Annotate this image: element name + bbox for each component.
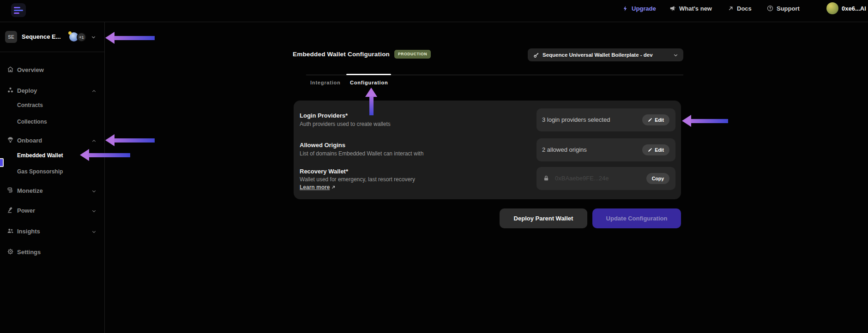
- arrow-up-right-icon: [728, 6, 734, 12]
- tab-integration[interactable]: Integration: [310, 80, 341, 85]
- whats-new-label: What's new: [679, 5, 712, 12]
- allowed-origins-desc: List of domains Embedded Wallet can inte…: [300, 150, 423, 157]
- upgrade-button[interactable]: Upgrade: [622, 2, 656, 14]
- sidebar-item-label: Collections: [17, 119, 47, 125]
- account-menu[interactable]: 0xe6...Al: [826, 2, 866, 14]
- arrow-shaft: [114, 138, 155, 143]
- arrow-shaft: [114, 36, 155, 40]
- configuration-card: Login Providers* Auth providers used to …: [294, 101, 681, 199]
- sidebar-item-gas-sponsorship[interactable]: Gas Sponsorship: [0, 167, 104, 176]
- users-icon: [7, 227, 14, 234]
- gear-icon: [7, 248, 14, 255]
- update-configuration-button[interactable]: Update Configuration: [592, 208, 681, 228]
- app-screen: Upgrade What's new Docs Support 0xe6...A…: [0, 0, 868, 333]
- project-row-divider: [0, 52, 104, 52]
- arrow-shaft: [691, 119, 728, 123]
- allowed-origins-edit-button[interactable]: Edit: [642, 144, 669, 155]
- docs-label: Docs: [737, 5, 752, 12]
- environment-badge: PRODUCTION: [394, 50, 431, 59]
- sidebar-item-label-active: Embedded Wallet: [17, 152, 63, 159]
- sidebar-divider: [104, 22, 105, 333]
- page-title: Embedded Wallet Configuration: [293, 51, 390, 58]
- copy-label: Copy: [652, 176, 664, 181]
- sidebar-item-power[interactable]: Power: [0, 206, 104, 215]
- allowed-origins-value-box: 2 allowed origins Edit: [536, 138, 675, 161]
- docs-link[interactable]: Docs: [728, 2, 752, 14]
- sidebar-item-onboard[interactable]: Onboard: [0, 136, 104, 145]
- sidebar-item-overview[interactable]: Overview: [0, 65, 104, 74]
- chevron-down-icon: [91, 228, 97, 237]
- allowed-origins-value: 2 allowed origins: [542, 138, 587, 161]
- arrow-head: [365, 88, 377, 97]
- project-selector-label: Sequence Universal Wallet Boilerplate - …: [542, 52, 669, 58]
- logo-bar: [14, 7, 20, 8]
- sidebar-item-label: Power: [17, 207, 35, 214]
- topbar-divider: [0, 22, 868, 22]
- home-icon: [7, 66, 14, 73]
- project-initials-badge: SE: [5, 31, 17, 43]
- edit-label: Edit: [655, 117, 664, 123]
- key-icon: [533, 52, 539, 58]
- sidebar-item-contracts[interactable]: Contracts: [0, 101, 104, 110]
- notification-dot: [68, 31, 72, 35]
- arrow-shaft: [89, 153, 130, 157]
- chevron-down-icon: [91, 188, 97, 196]
- arrow-head: [105, 134, 115, 146]
- sidebar-item-label: Deploy: [17, 87, 37, 94]
- project-count-badge: +1: [77, 32, 86, 42]
- project-selector-dropdown[interactable]: Sequence Universal Wallet Boilerplate - …: [528, 48, 683, 61]
- login-providers-title: Login Providers*: [300, 112, 348, 119]
- sidebar-item-label: Settings: [17, 249, 41, 256]
- upgrade-label: Upgrade: [632, 5, 656, 12]
- coins-icon: [7, 187, 14, 194]
- project-switcher[interactable]: SE Sequence E... +1: [0, 22, 104, 52]
- sidebar-item-deploy[interactable]: Deploy: [0, 86, 104, 95]
- page-header: Embedded Wallet Configuration PRODUCTION: [293, 50, 431, 59]
- copy-button[interactable]: Copy: [646, 173, 669, 184]
- arrow-head: [80, 149, 89, 161]
- deploy-parent-wallet-button[interactable]: Deploy Parent Wallet: [500, 208, 587, 228]
- whats-new-button[interactable]: What's new: [669, 2, 712, 14]
- lock-icon: [543, 175, 549, 184]
- support-label: Support: [777, 5, 800, 12]
- sidebar-item-settings[interactable]: Settings: [0, 247, 104, 256]
- arrow-head: [682, 115, 691, 127]
- arrow-head: [105, 32, 115, 44]
- login-providers-desc: Auth providers used to create wallets: [300, 121, 391, 127]
- learn-more-label: Learn more: [300, 184, 330, 190]
- tab-configuration[interactable]: Configuration: [350, 80, 388, 85]
- arrow-up-right-icon: [331, 185, 336, 190]
- allowed-origins-title: Allowed Origins: [300, 142, 345, 149]
- account-address: 0xe6...Al: [842, 5, 866, 12]
- sequence-logo-icon[interactable]: [11, 3, 26, 17]
- chevron-up-icon: [91, 88, 97, 96]
- sidebar-item-label: Overview: [17, 66, 44, 73]
- learn-more-link[interactable]: Learn more: [300, 184, 336, 190]
- parachute-icon: [7, 137, 14, 143]
- recovery-wallet-title: Recovery Wallet*: [300, 168, 348, 175]
- deploy-cluster-icon: [7, 87, 14, 94]
- active-tab-indicator: [346, 74, 391, 75]
- chevron-up-icon: [91, 137, 97, 146]
- sidebar-item-collections[interactable]: Collections: [0, 117, 104, 126]
- project-name: Sequence E...: [22, 33, 61, 40]
- arrow-shaft: [369, 96, 374, 115]
- question-circle-icon: [767, 5, 773, 12]
- chevron-down-icon: [91, 208, 97, 216]
- sidebar-item-monetize[interactable]: Monetize: [0, 186, 104, 195]
- sidebar-item-insights[interactable]: Insights: [0, 226, 104, 236]
- logo-bar: [14, 12, 19, 14]
- login-providers-value: 3 login providers selected: [542, 108, 610, 131]
- logo-bar: [14, 10, 23, 11]
- pencil-icon: [648, 118, 652, 122]
- pencil-icon: [648, 148, 652, 152]
- login-providers-value-box: 3 login providers selected Edit: [536, 108, 675, 131]
- chevron-down-icon: [90, 34, 96, 42]
- edit-label: Edit: [655, 147, 664, 153]
- login-providers-edit-button[interactable]: Edit: [642, 114, 669, 125]
- sidebar-item-label: Monetize: [17, 187, 43, 194]
- support-link[interactable]: Support: [767, 2, 800, 14]
- chevron-down-icon: [673, 52, 679, 58]
- gavel-icon: [7, 207, 14, 214]
- sidebar-item-label: Contracts: [17, 102, 43, 108]
